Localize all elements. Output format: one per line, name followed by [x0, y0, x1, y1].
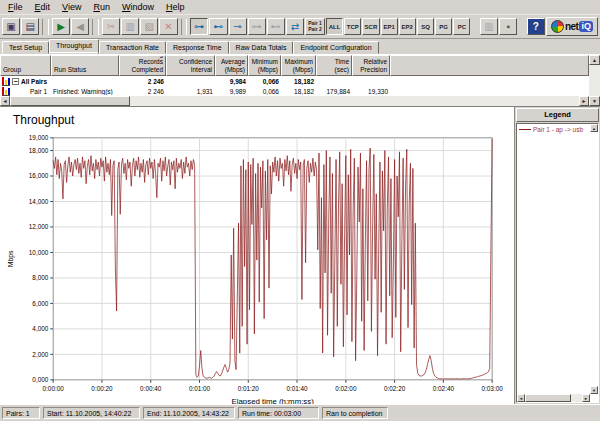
svg-text:14,000: 14,000 — [29, 197, 49, 204]
toolbar-separator — [42, 19, 49, 35]
menu-file[interactable]: File — [2, 2, 29, 12]
scroll-track[interactable] — [130, 96, 579, 106]
cell-group: −All Pairs — [0, 77, 51, 86]
swap-endpoints-button-icon: ⇄ — [291, 22, 299, 32]
scroll-down-button[interactable]: ▼ — [589, 96, 600, 106]
svg-text:Mbps: Mbps — [7, 250, 15, 267]
throughput-chart: 19,00018,00016,00014,00012,00010,0008,00… — [0, 129, 513, 404]
group-pairs-button: ⊷ — [267, 18, 285, 35]
scroll-thumb[interactable] — [10, 96, 130, 106]
svg-text:8,000: 8,000 — [32, 274, 48, 281]
arrow-right-icon: ► — [584, 396, 588, 401]
show-pair-comment-button[interactable]: PC — [453, 18, 470, 35]
table-vertical-scrollbar[interactable]: ▲ ▼ — [589, 55, 600, 106]
show-endpoint2-button[interactable]: EP2 — [399, 18, 416, 35]
pair-visibility-button[interactable]: Pair 1Pair 2 — [305, 18, 325, 35]
series-line-sample-icon — [519, 129, 531, 130]
column-header-group[interactable]: Group — [0, 55, 51, 76]
cell-timing-records: 2 246 — [119, 78, 166, 85]
scroll-track[interactable] — [589, 65, 600, 96]
help-button-icon: ? — [533, 22, 539, 32]
tab-throughput[interactable]: Throughput — [49, 39, 99, 54]
scroll-left-button[interactable]: ◄ — [0, 96, 10, 106]
svg-text:19,000: 19,000 — [29, 134, 49, 141]
menu-run[interactable]: Run — [87, 2, 116, 12]
column-header-filler[interactable] — [390, 55, 589, 76]
legend-vertical-scrollbar[interactable]: ▲ ▼ — [590, 124, 598, 394]
row-all-pairs[interactable]: −All Pairs2 2469,9840,06618,182 — [0, 76, 589, 86]
show-pair-group-button[interactable]: PG — [435, 18, 452, 35]
add-multicast-group-button[interactable]: ⊷ — [209, 18, 227, 35]
arrow-up-icon: ▲ — [592, 126, 596, 131]
svg-text:4,000: 4,000 — [32, 325, 48, 332]
cell-measured-time: 179,884 — [316, 88, 352, 95]
start-panel: Start: 11.10.2005, 14:40:22 — [43, 407, 140, 419]
column-header-confidence-interval[interactable]: 95% Confidence Interval — [166, 55, 215, 76]
tab-transaction-rate[interactable]: Transaction Rate — [99, 41, 166, 54]
tab-response-time[interactable]: Response Time — [166, 41, 229, 54]
column-header-maximum[interactable]: Maximum (Mbps) — [281, 55, 316, 76]
show-script-button[interactable]: SCR — [362, 18, 379, 35]
status-bar: Pairs: 1Start: 11.10.2005, 14:40:22End: … — [0, 404, 600, 421]
swap-endpoints-button[interactable]: ⇄ — [286, 18, 304, 35]
stop-run-button: ◀ — [71, 18, 89, 35]
arrow-down-icon: ▼ — [592, 388, 596, 393]
menu-view[interactable]: View — [56, 2, 87, 12]
tab-endpoint-configuration[interactable]: Endpoint Configuration — [293, 41, 378, 54]
runtime-panel: Run time: 00:03:00 — [238, 407, 319, 419]
show-all-button[interactable]: ALL — [326, 18, 343, 35]
scroll-left-button[interactable]: ◄ — [517, 394, 525, 402]
arrow-left-icon: ◄ — [3, 98, 8, 104]
column-header-measured-time[interactable]: Measured Time (sec) — [316, 55, 352, 76]
table-horizontal-scrollbar[interactable]: ◄ ► — [0, 96, 589, 106]
menu-window[interactable]: Window — [116, 2, 160, 12]
scroll-thumb[interactable] — [525, 394, 571, 402]
show-endpoint1-button[interactable]: EP1 — [381, 18, 398, 35]
edit-pair-button[interactable]: ⊸ — [229, 18, 247, 35]
help-button[interactable]: ? — [527, 18, 545, 35]
cell-group: Pair 1 — [0, 87, 51, 96]
scroll-right-button[interactable]: ► — [579, 96, 589, 106]
scroll-up-button[interactable]: ▲ — [590, 124, 598, 132]
svg-text:16,000: 16,000 — [29, 172, 49, 179]
tab-raw-data-totals[interactable]: Raw Data Totals — [229, 41, 294, 54]
column-header-relative-precision[interactable]: Relative Precision — [352, 55, 390, 76]
scroll-right-button[interactable]: ► — [582, 394, 590, 402]
scroll-down-button[interactable]: ▼ — [590, 386, 598, 394]
menu-edit[interactable]: Edit — [29, 2, 57, 12]
print-button[interactable]: ▤ — [21, 18, 39, 35]
run-test-button[interactable]: ▶ — [52, 18, 70, 35]
menu-help[interactable]: Help — [160, 2, 191, 12]
legend-item[interactable]: Pair 1 - ap -> usb — [517, 124, 598, 133]
show-service-quality-button[interactable]: SQ — [417, 18, 434, 35]
add-pair-button-icon: ⊶ — [194, 22, 204, 32]
scroll-up-button[interactable]: ▲ — [589, 55, 600, 65]
ixchariot-window: FileEditViewRunWindowHelp ▣▤▶◀✂▥▧✕⊶⊷⊸⊶⊷⇄… — [0, 0, 600, 421]
tab-strip: Test SetupThroughputTransaction RateResp… — [0, 39, 600, 54]
tab-test-setup[interactable]: Test Setup — [2, 41, 49, 54]
results-table: GroupRun StatusTiming Records Completed9… — [0, 54, 600, 106]
add-pair-button[interactable]: ⊶ — [190, 18, 208, 35]
scroll-track[interactable] — [571, 394, 582, 402]
save-button[interactable]: ▣ — [2, 18, 20, 35]
row-pair-1[interactable]: Pair 1Finished: Warning(s)2 2461,9319,98… — [0, 86, 589, 96]
cut-button-icon: ✂ — [107, 22, 115, 32]
show-pair-group-button-icon: PG — [439, 24, 448, 30]
legend-item-label: Pair 1 - ap -> usb — [533, 126, 583, 133]
column-header-timing-records[interactable]: Timing Records Completed — [119, 55, 166, 76]
column-header-run-status[interactable]: Run Status — [51, 55, 119, 76]
cell-minimum: 0,066 — [248, 78, 281, 85]
show-tcp-button[interactable]: TCP — [344, 18, 361, 35]
end-panel: End: 11.10.2005, 14:43:22 — [143, 407, 235, 419]
view-options-button: ▥ — [480, 18, 498, 35]
column-header-minimum[interactable]: Minimum (Mbps) — [248, 55, 281, 76]
main-area: Throughput 19,00018,00016,00014,00012,00… — [0, 106, 600, 404]
legend-horizontal-scrollbar[interactable]: ◄ ► — [517, 394, 590, 402]
window-layout-button[interactable]: ▪ — [499, 18, 517, 35]
column-header-average[interactable]: Average (Mbps) — [215, 55, 248, 76]
cell-run-status: Finished: Warning(s) — [51, 88, 119, 95]
tree-collapse-button[interactable]: − — [12, 78, 19, 85]
group-label: Pair 1 — [30, 88, 49, 95]
cell-maximum: 18,182 — [281, 88, 316, 95]
copy-button: ▥ — [121, 18, 139, 35]
